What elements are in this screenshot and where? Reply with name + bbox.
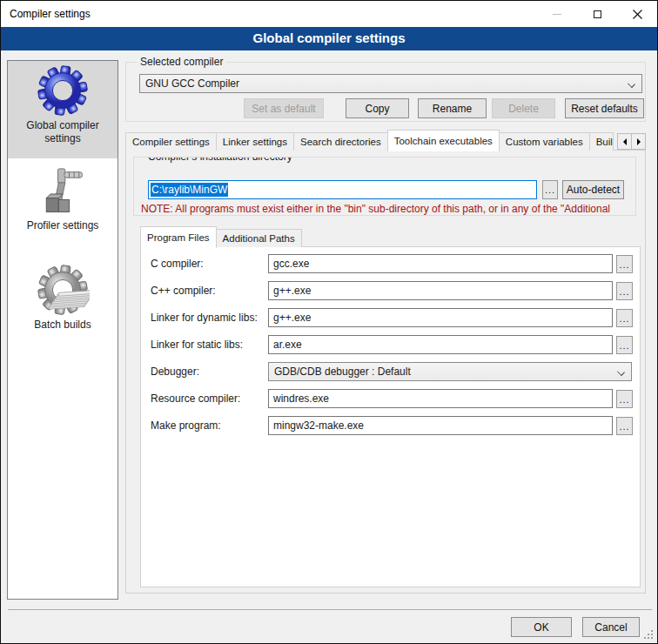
resource-compiler-label: Resource compiler: <box>151 392 266 406</box>
tab-scroll-left-button[interactable] <box>617 133 632 150</box>
cancel-button[interactable]: Cancel <box>582 617 640 637</box>
delete-button[interactable]: Delete <box>492 98 555 118</box>
sidebar-item-batch-builds[interactable]: Batch builds <box>8 252 118 355</box>
debugger-label: Debugger: <box>151 365 266 379</box>
installation-directory-input[interactable]: C:\raylib\MinGW <box>148 180 537 199</box>
tab-build-options-clipped[interactable]: Build <box>589 132 614 151</box>
cpp-compiler-input[interactable]: g++.exe <box>268 281 613 300</box>
minimize-button[interactable] <box>537 1 577 27</box>
paths-tabstrip: Program Files Additional Paths <box>140 225 641 247</box>
program-files-page: C compiler: gcc.exe ... C++ compiler: g+… <box>140 246 641 587</box>
chevron-down-icon <box>628 80 635 88</box>
installation-directory-selected-text: C:\raylib\MinGW <box>151 183 228 197</box>
selected-compiler-group-label: Selected compiler <box>137 56 226 68</box>
resource-compiler-input[interactable]: windres.exe <box>268 389 613 408</box>
cpp-compiler-browse-button[interactable]: ... <box>616 282 633 300</box>
make-program-value: mingw32-make.exe <box>273 419 364 432</box>
resource-compiler-browse-button[interactable]: ... <box>616 390 633 408</box>
maximize-button[interactable] <box>577 1 617 27</box>
tab-custom-variables[interactable]: Custom variables <box>499 132 590 151</box>
linker-dynamic-browse-button[interactable]: ... <box>616 309 633 327</box>
settings-category-list: Global compiler settings Profiler settin… <box>7 60 118 600</box>
cpp-compiler-value: g++.exe <box>273 285 311 297</box>
close-button[interactable] <box>617 1 657 27</box>
tab-compiler-settings[interactable]: Compiler settings <box>125 132 217 151</box>
linker-static-label: Linker for static libs: <box>151 338 266 352</box>
selected-compiler-group: Selected compiler GNU GCC Compiler Set a… <box>125 62 646 122</box>
note-text: NOTE: All programs must exist either in … <box>141 203 634 215</box>
arrow-right-icon <box>637 138 641 145</box>
footer-divider <box>8 609 652 610</box>
sidebar-item-profiler-settings[interactable]: Profiler settings <box>8 158 118 252</box>
sidebar-item-label: Global compiler settings <box>8 119 118 145</box>
installation-directory-group: Compiler's installation directory C:\ray… <box>133 157 636 216</box>
cpp-compiler-label: C++ compiler: <box>151 284 266 298</box>
linker-dynamic-value: g++.exe <box>273 312 311 324</box>
titlebar[interactable]: Compiler settings <box>1 1 657 27</box>
make-program-browse-button[interactable]: ... <box>616 417 633 435</box>
copy-button[interactable]: Copy <box>346 98 409 118</box>
linker-static-value: ar.exe <box>273 339 302 351</box>
caliper-icon <box>37 167 89 219</box>
compiler-select[interactable]: GNU GCC Compiler <box>139 74 642 93</box>
tab-program-files[interactable]: Program Files <box>140 226 217 248</box>
ok-button[interactable]: OK <box>511 617 572 637</box>
linker-static-browse-button[interactable]: ... <box>616 336 633 354</box>
tab-additional-paths[interactable]: Additional Paths <box>216 229 302 247</box>
compiler-select-value: GNU GCC Compiler <box>145 77 239 90</box>
blue-gear-icon <box>36 65 90 119</box>
batch-builds-icon <box>36 265 90 319</box>
browse-directory-button[interactable]: ... <box>542 180 558 199</box>
reset-defaults-button[interactable]: Reset defaults <box>565 98 644 118</box>
tab-scroll-buttons <box>618 133 646 150</box>
close-icon <box>633 10 642 19</box>
linker-static-input[interactable]: ar.exe <box>268 335 613 354</box>
sidebar-item-label: Profiler settings <box>24 219 103 232</box>
sidebar-item-label: Batch builds <box>30 319 94 332</box>
resource-compiler-value: windres.exe <box>273 392 329 405</box>
c-compiler-browse-button[interactable]: ... <box>616 255 633 273</box>
window-title: Compiler settings <box>10 1 91 27</box>
arrow-left-icon <box>623 138 627 145</box>
tab-search-directories[interactable]: Search directories <box>293 132 388 151</box>
tab-toolchain-executables[interactable]: Toolchain executables <box>387 130 500 151</box>
compiler-settings-dialog: Compiler settings Global compiler settin… <box>0 0 658 644</box>
chevron-down-icon <box>617 368 625 376</box>
set-as-default-button[interactable]: Set as default <box>244 98 324 118</box>
minimize-icon <box>553 14 561 15</box>
auto-detect-button[interactable]: Auto-detect <box>562 180 624 199</box>
settings-tabstrip: Compiler settings Linker settings Search… <box>125 128 646 151</box>
debugger-select-value: GDB/CDB debugger : Default <box>274 366 411 378</box>
tab-linker-settings[interactable]: Linker settings <box>216 132 294 151</box>
maximize-icon <box>594 10 601 18</box>
c-compiler-value: gcc.exe <box>273 258 309 270</box>
rename-button[interactable]: Rename <box>418 98 487 118</box>
installation-directory-group-label: Compiler's installation directory <box>144 157 296 163</box>
make-program-input[interactable]: mingw32-make.exe <box>268 416 613 435</box>
linker-dynamic-label: Linker for dynamic libs: <box>151 311 266 325</box>
make-program-label: Make program: <box>151 419 266 433</box>
toolchain-executables-page: Compiler's installation directory C:\ray… <box>125 150 646 594</box>
window-controls <box>537 1 657 27</box>
c-compiler-label: C compiler: <box>151 257 266 271</box>
tab-scroll-right-button[interactable] <box>631 133 646 150</box>
linker-dynamic-input[interactable]: g++.exe <box>268 308 613 327</box>
c-compiler-input[interactable]: gcc.exe <box>268 254 613 273</box>
dialog-banner-title: Global compiler settings <box>1 27 657 50</box>
debugger-select[interactable]: GDB/CDB debugger : Default <box>268 362 632 381</box>
resize-grip[interactable] <box>643 629 655 641</box>
sidebar-item-global-compiler-settings[interactable]: Global compiler settings <box>8 61 118 158</box>
